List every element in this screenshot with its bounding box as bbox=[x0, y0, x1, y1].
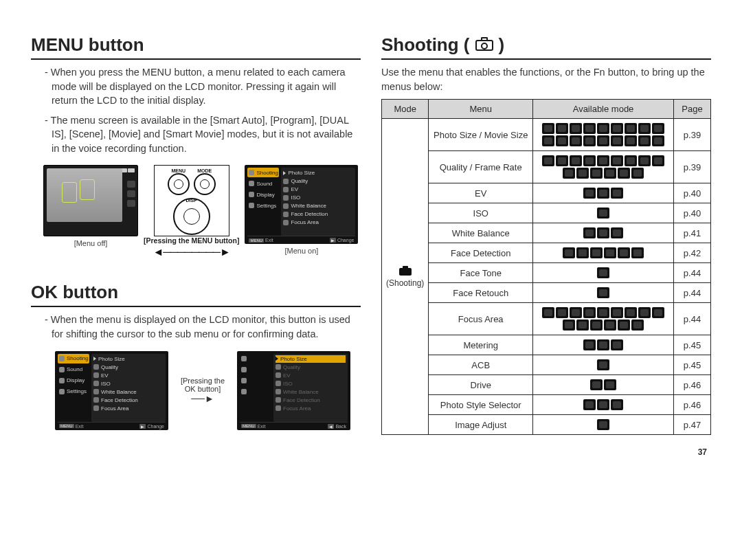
menu-tab-label: Shooting bbox=[67, 355, 89, 361]
mode-icon bbox=[563, 168, 575, 179]
table-row: Face Retouchp.44 bbox=[382, 283, 711, 303]
sound-icon bbox=[249, 181, 254, 186]
table-row: Drivep.46 bbox=[382, 375, 711, 395]
menu-item-label: White Balance bbox=[101, 389, 137, 395]
page-ref-cell: p.46 bbox=[674, 375, 711, 395]
menu-footer-change: Change bbox=[337, 238, 355, 243]
mode-icon bbox=[611, 227, 623, 238]
mode-icon bbox=[652, 123, 664, 134]
available-mode-cell bbox=[533, 223, 674, 243]
mode-icon bbox=[570, 155, 582, 166]
menu-tab-label: Display bbox=[256, 192, 274, 198]
lcd-side-icons bbox=[127, 181, 135, 207]
menu-name-cell: Face Detection bbox=[429, 243, 533, 263]
menu-item-label: Face Detection bbox=[291, 211, 328, 217]
menu-tab-label: Sound bbox=[256, 181, 272, 187]
camera-icon bbox=[59, 356, 65, 361]
mode-icon bbox=[583, 339, 596, 350]
mode-icon bbox=[542, 155, 554, 166]
page-ref-cell: p.44 bbox=[674, 303, 711, 335]
mode-icon bbox=[597, 419, 609, 430]
mode-icon bbox=[611, 188, 623, 199]
menu-name-cell: Focus Area bbox=[429, 303, 533, 335]
page-number: 37 bbox=[381, 447, 707, 457]
table-row: ACBp.45 bbox=[382, 355, 711, 375]
menu-item-label: Focus Area bbox=[101, 405, 128, 412]
mode-icon bbox=[597, 359, 609, 370]
page-ref-cell: p.44 bbox=[674, 283, 711, 303]
mode-icon bbox=[611, 307, 623, 318]
face-detect-box bbox=[62, 182, 77, 203]
mode-icon bbox=[611, 155, 623, 166]
col-available-mode: Available mode bbox=[533, 100, 674, 119]
mode-icon bbox=[604, 247, 616, 258]
mode-icon bbox=[576, 247, 589, 258]
available-mode-cell bbox=[533, 355, 674, 375]
right-key-icon: ▶ bbox=[330, 238, 336, 243]
page-ref-cell: p.42 bbox=[674, 243, 711, 263]
page-ref-cell: p.40 bbox=[674, 183, 711, 203]
manual-page: MENU button - When you press the MENU bu… bbox=[0, 0, 742, 478]
col-mode: Mode bbox=[382, 100, 429, 119]
menu-tab-label: Settings bbox=[67, 388, 87, 394]
page-ref-cell: p.39 bbox=[674, 119, 711, 151]
menu-item-label: Face Detection bbox=[283, 397, 320, 403]
table-row: Meteringp.45 bbox=[382, 335, 711, 355]
table-row: Face Tonep.44 bbox=[382, 263, 711, 283]
mode-icon bbox=[638, 135, 651, 146]
table-row: Focus Areap.44 bbox=[382, 303, 711, 335]
mode-icon bbox=[652, 307, 664, 318]
menu-key-icon: MENU bbox=[249, 238, 264, 243]
mode-icon bbox=[583, 399, 596, 410]
menu-button-label: MENU bbox=[171, 168, 186, 173]
menu-name-cell: Quality / Frame Rate bbox=[429, 151, 533, 183]
mode-icon bbox=[597, 399, 609, 410]
page-ref-cell: p.39 bbox=[674, 151, 711, 183]
menu-item-label: Photo Size bbox=[98, 356, 125, 362]
available-mode-cell bbox=[533, 415, 674, 435]
ok-button-illustration-row: Shooting Sound Display Settings Photo Si… bbox=[55, 351, 361, 430]
mode-button-label: MODE bbox=[197, 168, 212, 173]
menu-item-label: ISO bbox=[291, 194, 300, 201]
mode-icon bbox=[583, 307, 596, 318]
mode-icon bbox=[576, 320, 589, 331]
camera-icon bbox=[399, 266, 412, 276]
mode-icon bbox=[590, 168, 603, 179]
menu-name-cell: Metering bbox=[429, 335, 533, 355]
display-icon bbox=[249, 192, 254, 197]
menu-name-cell: Photo Size / Movie Size bbox=[429, 119, 533, 151]
shooting-para: Use the menu that enables the functions,… bbox=[381, 65, 711, 93]
menu-button-para-2: - The menu screen is available in the [S… bbox=[31, 113, 361, 156]
camera-icon bbox=[241, 356, 247, 361]
mode-icon bbox=[597, 155, 609, 166]
col-menu: Menu bbox=[429, 100, 533, 119]
page-ref-cell: p.46 bbox=[674, 395, 711, 415]
left-column: MENU button - When you press the MENU bu… bbox=[31, 34, 361, 457]
camera-icon bbox=[475, 37, 493, 51]
mode-label: (Shooting) bbox=[386, 278, 424, 288]
menu-item-label: EV bbox=[101, 372, 109, 379]
menu-item-label: White Balance bbox=[283, 389, 319, 395]
menu-item-label: Quality bbox=[101, 364, 118, 370]
shooting-heading-row: Shooting ( ) bbox=[381, 34, 711, 60]
gear-icon bbox=[249, 203, 254, 208]
mode-icon bbox=[570, 135, 582, 146]
ok-button-heading: OK button bbox=[31, 282, 361, 307]
mode-icon bbox=[597, 188, 609, 199]
mode-icon bbox=[597, 135, 609, 146]
menu-item-label: EV bbox=[283, 372, 291, 379]
menu-item-label: Focus Area bbox=[291, 219, 318, 225]
mode-icon bbox=[652, 135, 664, 146]
available-mode-cell bbox=[533, 395, 674, 415]
available-mode-cell bbox=[533, 303, 674, 335]
double-arrow-icon: ◄────────► bbox=[153, 246, 230, 258]
menu-button-icon bbox=[168, 173, 190, 195]
mode-icon bbox=[611, 399, 623, 410]
mode-icon bbox=[597, 267, 609, 278]
mode-icon bbox=[625, 135, 637, 146]
mode-icon bbox=[570, 307, 582, 318]
ok-lcd-after: Photo Size Quality EV ISO White Balance … bbox=[237, 351, 350, 430]
mode-icon bbox=[638, 155, 651, 166]
available-mode-cell bbox=[533, 243, 674, 263]
col-page: Page bbox=[674, 100, 711, 119]
